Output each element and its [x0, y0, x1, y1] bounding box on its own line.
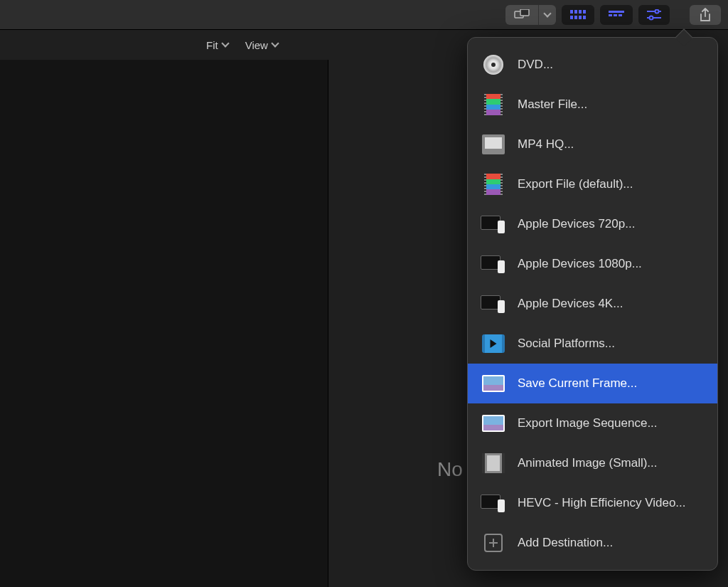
share-menu-item[interactable]: Add Destination... — [468, 523, 717, 563]
share-menu-item-label: MP4 HQ... — [518, 137, 574, 152]
top-toolbar — [0, 0, 728, 30]
svg-rect-9 — [583, 16, 586, 19]
view-label: View — [245, 39, 268, 51]
share-menu-item-label: Save Current Frame... — [518, 376, 637, 391]
animated-image-icon — [482, 453, 505, 473]
share-icon — [700, 8, 711, 22]
share-menu-item[interactable]: Social Platforms... — [468, 324, 717, 364]
list-view-button[interactable] — [600, 5, 633, 25]
svg-rect-4 — [579, 10, 582, 14]
display-mode-group — [505, 5, 556, 25]
apple-devices-icon — [481, 495, 506, 512]
share-menu-item[interactable]: MP4 HQ... — [468, 125, 717, 164]
svg-rect-7 — [574, 16, 577, 19]
display-mode-button[interactable] — [505, 5, 539, 25]
share-menu-item-label: HEVC - High Efficiency Video... — [518, 496, 686, 510]
share-menu-item-label: Apple Devices 1080p... — [518, 257, 642, 271]
share-menu-item[interactable]: Apple Devices 4K... — [468, 284, 717, 324]
displays-icon — [514, 9, 530, 21]
share-menu-item-label: Apple Devices 4K... — [518, 297, 623, 311]
thumbnail-view-button[interactable] — [562, 5, 594, 25]
view-dropdown[interactable]: View — [245, 39, 278, 51]
share-menu-item-label: Export Image Sequence... — [518, 416, 658, 430]
share-menu-item[interactable]: Animated Image (Small)... — [468, 443, 717, 483]
display-mode-dropdown-button[interactable] — [539, 5, 556, 25]
share-menu-item[interactable]: Save Current Frame... — [468, 364, 717, 403]
apple-devices-icon — [481, 216, 506, 233]
share-button[interactable] — [690, 5, 721, 25]
browser-panel — [0, 60, 328, 587]
share-menu-item[interactable]: Export Image Sequence... — [468, 403, 717, 443]
image-frame-icon — [482, 415, 505, 432]
svg-rect-3 — [574, 10, 577, 14]
apple-devices-icon — [481, 295, 506, 312]
svg-rect-6 — [570, 16, 573, 19]
share-menu-item-label: Social Platforms... — [518, 337, 615, 351]
share-menu-item[interactable]: Apple Devices 1080p... — [468, 244, 717, 284]
share-menu-item[interactable]: Apple Devices 720p... — [468, 204, 717, 244]
dvd-icon — [483, 55, 503, 75]
svg-rect-5 — [583, 10, 586, 14]
inspector-button[interactable] — [638, 5, 670, 25]
svg-rect-2 — [570, 10, 573, 14]
viewer-placeholder-text: No — [437, 458, 463, 481]
video-file-icon — [482, 134, 505, 154]
grid-icon — [570, 10, 586, 20]
svg-rect-10 — [609, 11, 624, 13]
svg-rect-8 — [579, 16, 582, 19]
svg-rect-12 — [614, 14, 617, 16]
share-menu-item[interactable]: Export File (default)... — [468, 164, 717, 204]
filmstrip-icon — [484, 94, 503, 115]
share-menu-item-label: Apple Devices 720p... — [518, 217, 635, 231]
svg-rect-13 — [619, 14, 622, 16]
share-menu-item-label: DVD... — [518, 58, 553, 72]
share-menu-item-label: Animated Image (Small)... — [518, 456, 658, 470]
share-menu-item-label: Master File... — [518, 97, 587, 112]
sliders-icon — [647, 9, 661, 21]
fit-dropdown[interactable]: Fit — [206, 39, 228, 51]
chevron-down-icon — [221, 39, 229, 47]
filmstrip-icon — [484, 174, 503, 195]
social-platforms-icon — [482, 334, 505, 353]
share-menu-item-label: Export File (default)... — [518, 177, 633, 191]
share-menu-item-label: Add Destination... — [518, 536, 613, 550]
share-menu-item[interactable]: Master File... — [468, 85, 717, 125]
chevron-down-icon — [271, 39, 279, 47]
apple-devices-icon — [481, 255, 506, 273]
timeline-icon — [609, 11, 624, 19]
svg-point-15 — [655, 9, 659, 13]
svg-point-17 — [650, 16, 653, 19]
share-menu-item[interactable]: DVD... — [468, 45, 717, 85]
share-menu-item[interactable]: HEVC - High Efficiency Video... — [468, 483, 717, 523]
chevron-down-icon — [543, 9, 551, 17]
share-popover: DVD...Master File...MP4 HQ...Export File… — [467, 37, 718, 571]
fit-label: Fit — [206, 39, 218, 51]
svg-rect-1 — [520, 9, 529, 16]
image-frame-icon — [482, 375, 505, 392]
plus-icon — [484, 534, 503, 552]
svg-rect-11 — [609, 14, 612, 16]
